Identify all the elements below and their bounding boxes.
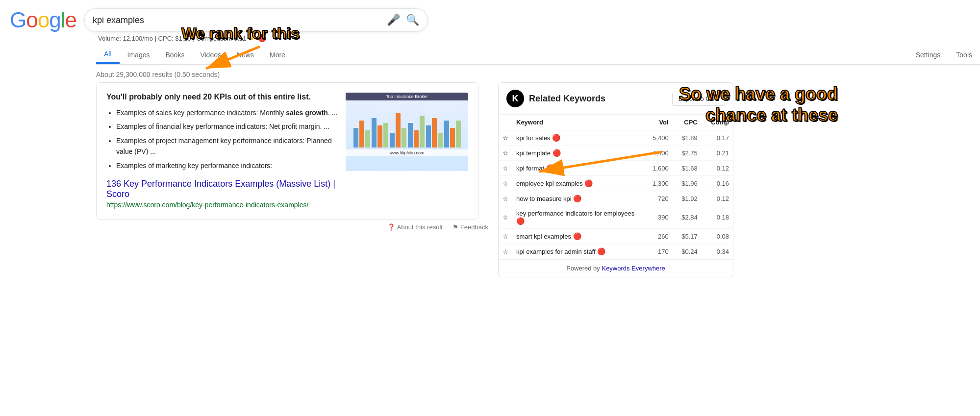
comp-cell-3: 0.16 xyxy=(702,176,733,191)
panel-footer: Powered by Keywords Everywhere xyxy=(499,259,733,277)
tab-more[interactable]: More xyxy=(262,46,293,64)
keywords-table: Keyword Vol CPC Comp ☆ kpi for sales 🔴 5… xyxy=(499,115,733,259)
red-db-icon: 🔴 xyxy=(573,195,581,202)
col-star xyxy=(499,115,512,130)
keyword-cell-1: kpi template 🔴 xyxy=(512,146,644,161)
vol-cell-0: 5,400 xyxy=(644,130,673,146)
col-vol: Vol xyxy=(644,115,673,130)
tab-books[interactable]: Books xyxy=(157,46,192,64)
microphone-icon[interactable]: 🎤 xyxy=(387,14,400,26)
tab-tools[interactable]: Tools xyxy=(948,46,980,64)
tab-news[interactable]: News xyxy=(229,46,262,64)
vol-cell-6: 260 xyxy=(644,229,673,244)
keywords-everywhere-link[interactable]: Keywords Everywhere xyxy=(602,265,665,272)
keyword-cell-3: employee kpi examples 🔴 xyxy=(512,176,644,191)
annotation-so-we: So we have a goodchance at these xyxy=(679,83,838,125)
red-db-icon: 🔴 xyxy=(552,134,560,142)
result-card: You'll probably only need 20 KPIs out of… xyxy=(96,82,478,220)
comp-cell-2: 0.12 xyxy=(702,161,733,176)
star-toggle-1[interactable]: ☆ xyxy=(503,149,508,157)
table-row: ☆ key performance indicators for employe… xyxy=(499,206,733,229)
star-toggle-4[interactable]: ☆ xyxy=(503,195,508,202)
google-logo: Google xyxy=(10,8,76,32)
comp-cell-6: 0.08 xyxy=(702,229,733,244)
keyword-cell-4: how to measure kpi 🔴 xyxy=(512,191,644,206)
star-toggle-7[interactable]: ☆ xyxy=(503,248,508,255)
header: Google kpi examples 🎤 🔍 xyxy=(0,0,980,32)
vol-cell-2: 1,600 xyxy=(644,161,673,176)
result-text: You'll probably only need 20 KPIs out of… xyxy=(106,93,338,209)
bullet-4: Examples of marketing key performance in… xyxy=(116,160,338,171)
red-db-icon: 🔴 xyxy=(573,232,581,240)
keyword-cell-6: smart kpi examples 🔴 xyxy=(512,229,644,244)
red-db-icon: 🔴 xyxy=(546,164,554,172)
bullet-2: Examples of financial key performance in… xyxy=(116,121,338,132)
keywords-everywhere-logo: K xyxy=(506,90,524,107)
search-icons: 🎤 🔍 xyxy=(387,14,419,26)
vol-cell-1: 4,400 xyxy=(644,146,673,161)
table-row: ☆ kpi template 🔴 4,400 $2.75 0.21 xyxy=(499,146,733,161)
chart-visual: Top Insurance Broker xyxy=(346,93,468,171)
tab-images[interactable]: Images xyxy=(120,46,158,64)
star-toggle-3[interactable]: ☆ xyxy=(503,180,508,187)
table-row: ☆ smart kpi examples 🔴 260 $5.17 0.08 xyxy=(499,229,733,244)
tab-videos[interactable]: Videos xyxy=(192,46,229,64)
table-row: ☆ kpi format 🔴 1,600 $1.68 0.12 xyxy=(499,161,733,176)
cpc-cell-5: $2.84 xyxy=(673,206,702,229)
vol-cell-4: 720 xyxy=(644,191,673,206)
red-db-icon: 🔴 xyxy=(597,247,605,255)
result-card-inner: You'll probably only need 20 KPIs out of… xyxy=(106,93,468,209)
comp-cell-5: 0.18 xyxy=(702,206,733,229)
star-toggle-0[interactable]: ☆ xyxy=(503,134,508,142)
vol-cell-5: 390 xyxy=(644,206,673,229)
cpc-cell-0: $1.89 xyxy=(673,130,702,146)
feedback-bar: ❓ About this result ⚑ Feedback xyxy=(96,220,488,231)
panel-title: Related Keywords xyxy=(529,94,605,104)
keyword-cell-2: kpi format 🔴 xyxy=(512,161,644,176)
search-input[interactable]: kpi examples xyxy=(93,15,382,25)
red-db-icon: 🔴 xyxy=(516,217,525,225)
keyword-cell-7: kpi examples for admin staff 🔴 xyxy=(512,244,644,259)
nav-tabs: All Images Books Videos News More Settin… xyxy=(96,45,980,65)
star-toggle-2[interactable]: ☆ xyxy=(503,165,508,172)
table-row: ☆ employee kpi examples 🔴 1,300 $1.96 0.… xyxy=(499,176,733,191)
annotation-we-rank: We rank for this xyxy=(181,24,300,43)
result-link[interactable]: 136 Key Performance Indicators Examples … xyxy=(106,179,338,199)
result-image: Top Insurance Broker xyxy=(346,93,468,171)
panel-title-section: K Related Keywords xyxy=(506,90,605,107)
about-result-icon: ❓ xyxy=(387,223,395,231)
result-url: https://www.scoro.com/blog/key-performan… xyxy=(106,201,308,209)
table-row: ☆ kpi for sales 🔴 5,400 $1.89 0.17 xyxy=(499,130,733,146)
chart-bars xyxy=(346,100,468,149)
tab-settings[interactable]: Settings xyxy=(908,46,949,64)
comp-cell-1: 0.21 xyxy=(702,146,733,161)
cpc-cell-6: $5.17 xyxy=(673,229,702,244)
feedback-btn[interactable]: ⚑ Feedback xyxy=(452,223,488,231)
tab-all[interactable]: All xyxy=(96,45,120,64)
bullet-1: Examples of sales key performance indica… xyxy=(116,107,338,118)
result-bullets: Examples of sales key performance indica… xyxy=(106,107,338,171)
search-icon[interactable]: 🔍 xyxy=(406,14,419,26)
table-row: ☆ how to measure kpi 🔴 720 $1.92 0.12 xyxy=(499,191,733,206)
vol-cell-7: 170 xyxy=(644,244,673,259)
table-row: ☆ kpi examples for admin staff 🔴 170 $0.… xyxy=(499,244,733,259)
about-result-label: About this result xyxy=(397,223,443,231)
comp-cell-4: 0.12 xyxy=(702,191,733,206)
cpc-cell-7: $0.24 xyxy=(673,244,702,259)
bullet-3: Examples of project management key perfo… xyxy=(116,135,338,157)
red-db-icon: 🔴 xyxy=(553,149,561,157)
cpc-cell-1: $2.75 xyxy=(673,146,702,161)
star-toggle-6[interactable]: ☆ xyxy=(503,233,508,240)
result-card-title: You'll probably only need 20 KPIs out of… xyxy=(106,93,338,101)
red-db-icon: 🔴 xyxy=(584,179,593,187)
feedback-label: Feedback xyxy=(460,223,488,231)
about-result-btn[interactable]: ❓ About this result xyxy=(387,223,443,231)
star-toggle-5[interactable]: ☆ xyxy=(503,214,508,221)
feedback-icon: ⚑ xyxy=(452,223,458,231)
cpc-cell-2: $1.68 xyxy=(673,161,702,176)
keyword-cell-0: kpi for sales 🔴 xyxy=(512,130,644,146)
comp-cell-0: 0.17 xyxy=(702,130,733,146)
chart-title: Top Insurance Broker xyxy=(346,93,468,100)
cpc-cell-3: $1.96 xyxy=(673,176,702,191)
main-content: You'll probably only need 20 KPIs out of… xyxy=(96,82,980,277)
